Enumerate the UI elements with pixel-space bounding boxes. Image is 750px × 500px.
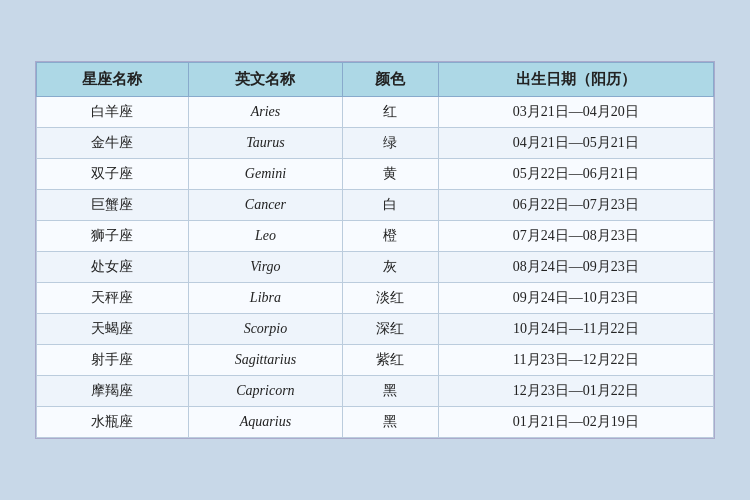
table-row: 巨蟹座Cancer白06月22日—07月23日 — [37, 190, 714, 221]
cell-color: 黑 — [343, 407, 439, 438]
cell-chinese: 狮子座 — [37, 221, 189, 252]
cell-english: Leo — [188, 221, 342, 252]
cell-dates: 10月24日—11月22日 — [438, 314, 713, 345]
cell-color: 黄 — [343, 159, 439, 190]
cell-dates: 05月22日—06月21日 — [438, 159, 713, 190]
table-row: 射手座Sagittarius紫红11月23日—12月22日 — [37, 345, 714, 376]
cell-english: Taurus — [188, 128, 342, 159]
cell-dates: 01月21日—02月19日 — [438, 407, 713, 438]
cell-chinese: 天秤座 — [37, 283, 189, 314]
table-body: 白羊座Aries红03月21日—04月20日金牛座Taurus绿04月21日—0… — [37, 97, 714, 438]
zodiac-table: 星座名称 英文名称 颜色 出生日期（阳历） 白羊座Aries红03月21日—04… — [36, 62, 714, 438]
cell-english: Virgo — [188, 252, 342, 283]
cell-color: 灰 — [343, 252, 439, 283]
cell-english: Gemini — [188, 159, 342, 190]
cell-chinese: 双子座 — [37, 159, 189, 190]
table-row: 双子座Gemini黄05月22日—06月21日 — [37, 159, 714, 190]
zodiac-table-container: 星座名称 英文名称 颜色 出生日期（阳历） 白羊座Aries红03月21日—04… — [35, 61, 715, 439]
cell-dates: 08月24日—09月23日 — [438, 252, 713, 283]
table-row: 水瓶座Aquarius黑01月21日—02月19日 — [37, 407, 714, 438]
cell-dates: 12月23日—01月22日 — [438, 376, 713, 407]
cell-chinese: 巨蟹座 — [37, 190, 189, 221]
cell-chinese: 射手座 — [37, 345, 189, 376]
cell-dates: 06月22日—07月23日 — [438, 190, 713, 221]
cell-color: 淡红 — [343, 283, 439, 314]
cell-dates: 09月24日—10月23日 — [438, 283, 713, 314]
cell-english: Scorpio — [188, 314, 342, 345]
cell-dates: 03月21日—04月20日 — [438, 97, 713, 128]
table-row: 摩羯座Capricorn黑12月23日—01月22日 — [37, 376, 714, 407]
table-row: 金牛座Taurus绿04月21日—05月21日 — [37, 128, 714, 159]
col-header-english: 英文名称 — [188, 63, 342, 97]
table-header-row: 星座名称 英文名称 颜色 出生日期（阳历） — [37, 63, 714, 97]
cell-english: Aries — [188, 97, 342, 128]
cell-color: 紫红 — [343, 345, 439, 376]
cell-english: Aquarius — [188, 407, 342, 438]
cell-english: Sagittarius — [188, 345, 342, 376]
cell-dates: 11月23日—12月22日 — [438, 345, 713, 376]
cell-color: 绿 — [343, 128, 439, 159]
cell-color: 白 — [343, 190, 439, 221]
cell-color: 深红 — [343, 314, 439, 345]
col-header-color: 颜色 — [343, 63, 439, 97]
cell-dates: 07月24日—08月23日 — [438, 221, 713, 252]
cell-color: 红 — [343, 97, 439, 128]
cell-chinese: 处女座 — [37, 252, 189, 283]
table-row: 白羊座Aries红03月21日—04月20日 — [37, 97, 714, 128]
cell-chinese: 水瓶座 — [37, 407, 189, 438]
table-row: 天秤座Libra淡红09月24日—10月23日 — [37, 283, 714, 314]
cell-dates: 04月21日—05月21日 — [438, 128, 713, 159]
cell-english: Cancer — [188, 190, 342, 221]
cell-english: Capricorn — [188, 376, 342, 407]
table-row: 处女座Virgo灰08月24日—09月23日 — [37, 252, 714, 283]
cell-chinese: 天蝎座 — [37, 314, 189, 345]
cell-english: Libra — [188, 283, 342, 314]
cell-chinese: 摩羯座 — [37, 376, 189, 407]
table-row: 天蝎座Scorpio深红10月24日—11月22日 — [37, 314, 714, 345]
table-row: 狮子座Leo橙07月24日—08月23日 — [37, 221, 714, 252]
cell-chinese: 白羊座 — [37, 97, 189, 128]
cell-color: 黑 — [343, 376, 439, 407]
cell-chinese: 金牛座 — [37, 128, 189, 159]
cell-color: 橙 — [343, 221, 439, 252]
col-header-dates: 出生日期（阳历） — [438, 63, 713, 97]
col-header-chinese: 星座名称 — [37, 63, 189, 97]
